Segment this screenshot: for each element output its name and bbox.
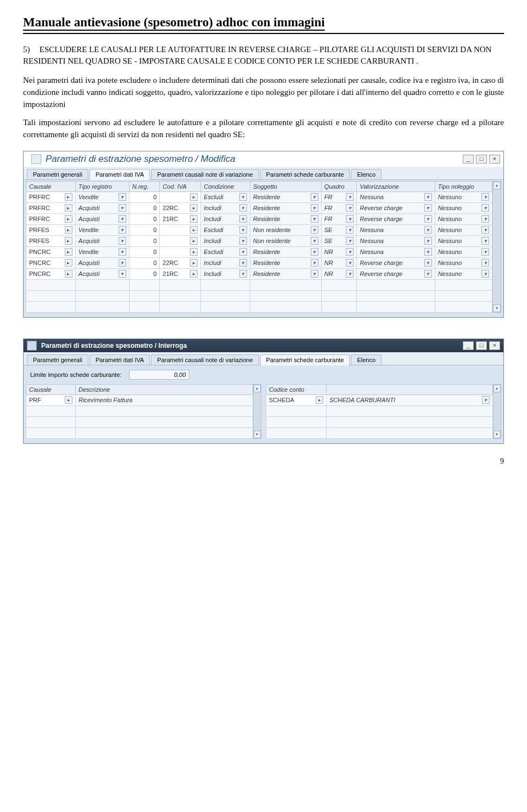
table-row-empty[interactable]: [26, 301, 492, 312]
chevron-down-icon[interactable]: ▾: [424, 248, 432, 256]
table-row[interactable]: PNCRC▸Acquisti▾022RC▸Includi▾Residente▾N…: [26, 257, 492, 268]
column-header[interactable]: Condizione: [201, 181, 250, 191]
lookup-icon[interactable]: ▸: [65, 193, 72, 201]
chevron-down-icon[interactable]: ▾: [481, 237, 489, 245]
close-button[interactable]: ×: [489, 155, 500, 163]
table-row-empty[interactable]: [266, 427, 493, 438]
chevron-down-icon[interactable]: ▾: [119, 270, 126, 278]
table-row[interactable]: PRFRC▸Vendite▾0▸Escludi▾Residente▾FR▾Nes…: [26, 191, 492, 202]
tab-parametri-schede-carburante[interactable]: Parametri schede carburante: [260, 354, 350, 365]
lookup-icon[interactable]: ▸: [65, 248, 72, 256]
lookup-icon[interactable]: ▸: [65, 396, 72, 404]
lookup-icon[interactable]: ▸: [190, 259, 198, 267]
chevron-down-icon[interactable]: ▾: [311, 270, 318, 278]
chevron-down-icon[interactable]: ▾: [311, 248, 318, 256]
chevron-down-icon[interactable]: ▾: [239, 193, 247, 201]
tab-parametri-generali[interactable]: Parametri generali: [27, 169, 88, 179]
chevron-down-icon[interactable]: ▾: [239, 248, 247, 256]
column-header[interactable]: Codice conto: [266, 384, 327, 394]
chevron-down-icon[interactable]: ▾: [346, 259, 354, 267]
column-header[interactable]: Causale: [26, 384, 76, 394]
chevron-down-icon[interactable]: ▾: [424, 270, 432, 278]
chevron-down-icon[interactable]: ▾: [119, 215, 126, 223]
lookup-icon[interactable]: ▸: [316, 396, 323, 404]
scroll-up-icon[interactable]: ▴: [254, 385, 261, 392]
chevron-down-icon[interactable]: ▾: [311, 215, 318, 223]
table-row[interactable]: PRFES▸Vendite▾0▸Escludi▾Non residente▾SE…: [26, 224, 492, 235]
chevron-down-icon[interactable]: ▾: [481, 226, 489, 234]
chevron-down-icon[interactable]: ▾: [311, 193, 318, 201]
chevron-down-icon[interactable]: ▾: [346, 193, 354, 201]
table-row-empty[interactable]: [26, 427, 253, 438]
chevron-down-icon[interactable]: ▾: [119, 237, 126, 245]
lookup-icon[interactable]: ▸: [65, 259, 72, 267]
causale-grid[interactable]: CausaleDescrizionePRF▸Ricevimento Fattur…: [26, 384, 253, 439]
chevron-down-icon[interactable]: ▾: [239, 204, 247, 212]
chevron-down-icon[interactable]: ▾: [346, 237, 354, 245]
chevron-down-icon[interactable]: ▾: [239, 215, 247, 223]
column-header[interactable]: Tipo registro: [75, 181, 129, 191]
chevron-down-icon[interactable]: ▾: [482, 396, 490, 404]
tab-elenco[interactable]: Elenco: [351, 169, 382, 179]
chevron-down-icon[interactable]: ▾: [424, 226, 432, 234]
column-header[interactable]: Valorizzazione: [357, 181, 435, 191]
chevron-down-icon[interactable]: ▾: [239, 237, 247, 245]
limit-value-field[interactable]: 0,00: [129, 370, 189, 380]
column-header[interactable]: N.reg.: [129, 181, 160, 191]
table-row-empty[interactable]: [26, 290, 492, 301]
maximize-button[interactable]: □: [476, 155, 487, 163]
chevron-down-icon[interactable]: ▾: [119, 259, 126, 267]
lookup-icon[interactable]: ▸: [65, 237, 72, 245]
lookup-icon[interactable]: ▸: [65, 270, 72, 278]
tab-parametri-causali-note-di-variazione[interactable]: Parametri causali note di variazione: [151, 354, 259, 365]
tab-parametri-dati-iva[interactable]: Parametri dati IVA: [89, 169, 150, 180]
table-row-empty[interactable]: [26, 416, 253, 427]
chevron-down-icon[interactable]: ▾: [311, 259, 318, 267]
scroll-down-icon[interactable]: ▾: [494, 431, 501, 438]
table-row[interactable]: PNCRC▸Vendite▾0▸Escludi▾Residente▾NR▾Nes…: [26, 246, 492, 257]
vertical-scrollbar[interactable]: ▴ ▾: [492, 181, 501, 313]
chevron-down-icon[interactable]: ▾: [239, 226, 247, 234]
chevron-down-icon[interactable]: ▾: [481, 215, 489, 223]
chevron-down-icon[interactable]: ▾: [311, 226, 318, 234]
chevron-down-icon[interactable]: ▾: [239, 259, 247, 267]
column-header[interactable]: [327, 384, 493, 394]
column-header[interactable]: Cod. IVA: [160, 181, 201, 191]
lookup-icon[interactable]: ▸: [190, 215, 198, 223]
tab-parametri-schede-carburante[interactable]: Parametri schede carburante: [260, 169, 350, 179]
scroll-up-icon[interactable]: ▴: [493, 182, 501, 189]
chevron-down-icon[interactable]: ▾: [424, 237, 432, 245]
table-row[interactable]: PRFRC▸Acquisti▾022RC▸Includi▾Residente▾F…: [26, 202, 492, 213]
maximize-button[interactable]: □: [476, 341, 487, 350]
table-row-empty[interactable]: [266, 416, 493, 427]
chevron-down-icon[interactable]: ▾: [311, 204, 318, 212]
column-header[interactable]: Descrizione: [76, 384, 253, 394]
column-header[interactable]: Causale: [26, 181, 76, 191]
parametri-iva-grid[interactable]: CausaleTipo registroN.reg.Cod. IVACondiz…: [26, 181, 492, 313]
chevron-down-icon[interactable]: ▾: [239, 270, 247, 278]
lookup-icon[interactable]: ▸: [190, 270, 198, 278]
tab-parametri-causali-note-di-variazione[interactable]: Parametri causali note di variazione: [151, 169, 259, 179]
column-header[interactable]: Tipo noleggio: [435, 181, 492, 191]
chevron-down-icon[interactable]: ▾: [424, 215, 432, 223]
chevron-down-icon[interactable]: ▾: [481, 259, 489, 267]
table-row-empty[interactable]: [266, 405, 493, 416]
lookup-icon[interactable]: ▸: [65, 226, 72, 234]
table-row[interactable]: PNCRC▸Acquisti▾021RC▸Includi▾Residente▾N…: [26, 268, 492, 279]
chevron-down-icon[interactable]: ▾: [346, 204, 354, 212]
chevron-down-icon[interactable]: ▾: [424, 204, 432, 212]
chevron-down-icon[interactable]: ▾: [481, 248, 489, 256]
lookup-icon[interactable]: ▸: [190, 237, 198, 245]
tab-elenco[interactable]: Elenco: [351, 354, 382, 365]
vertical-scrollbar[interactable]: ▴ ▾: [493, 384, 502, 439]
column-header[interactable]: Quadro: [321, 181, 357, 191]
lookup-icon[interactable]: ▸: [190, 204, 198, 212]
lookup-icon[interactable]: ▸: [65, 204, 72, 212]
scroll-down-icon[interactable]: ▾: [493, 304, 501, 312]
chevron-down-icon[interactable]: ▾: [346, 215, 354, 223]
chevron-down-icon[interactable]: ▾: [119, 226, 126, 234]
chevron-down-icon[interactable]: ▾: [481, 204, 489, 212]
lookup-icon[interactable]: ▸: [190, 248, 198, 256]
close-button[interactable]: ×: [489, 341, 500, 350]
table-row[interactable]: SCHEDA▸SCHEDA CARBURANTI▾: [266, 394, 493, 405]
